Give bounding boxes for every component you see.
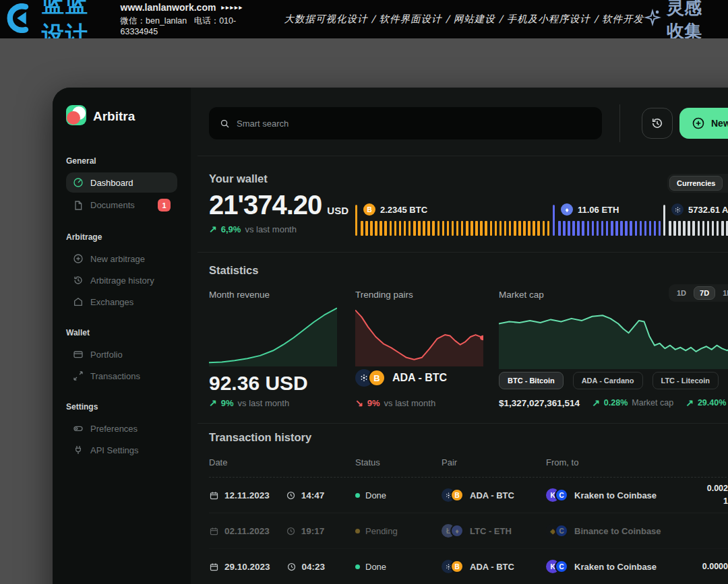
eth-icon: ♦ [561,203,573,216]
market-cap-stats: $1,327,027,361,514 ↗ 0.28% Market cap ↗ … [499,397,728,408]
month-revenue-value: 92.36 USD [209,372,308,395]
nav-section-settings: Settings [66,402,177,412]
table-row[interactable]: 29.10.2023 04:23 Done B ADA - BTC KC Kra… [209,549,728,584]
ada-icon [671,203,684,216]
search-icon [220,119,230,129]
col-status: Status [355,457,442,467]
coin-pills: BTC - Bitcoin ADA - Cardano LTC - Liteco… [499,372,728,389]
coinbase-icon: C [555,488,568,502]
tx-route: Binance to Coinbase [574,526,661,536]
pill-ltc[interactable]: LTC - Litecoin [653,372,719,389]
eth-bars [558,221,663,238]
sidebar: Arbitra General Dashboard Documents 1 Ar… [53,88,191,584]
sidebar-item-arbitrage-history[interactable]: Arbitrage history [66,270,177,290]
section-divider [198,156,728,156]
col-pair: Pair [442,457,546,467]
range-1d[interactable]: 1D [671,286,692,300]
btc-icon: B [363,203,375,216]
app-logo[interactable]: Arbitra [66,105,177,128]
market-cap-card: Market cap 1D 7D 1M BTC - Bitcoin ADA - … [499,290,728,300]
section-divider [198,423,728,424]
sidebar-item-documents[interactable]: Documents 1 [66,194,177,216]
promo-banner: 蓝蓝设计 www.lanlanwork.com ▸▸▸▸▸ 微信：ben_lan… [0,0,728,38]
tx-route: Kraken to Coinbase [574,490,657,500]
trending-delta: ↘ 9% vs last month [355,397,435,408]
status-dot [355,529,360,533]
toggle-exchanges[interactable]: Exchanges [723,176,728,191]
range-7d[interactable]: 7D [694,286,715,300]
sidebar-item-label: Transactions [90,371,140,381]
btc-bars [361,221,552,238]
search-bar[interactable] [209,107,602,139]
ada-bars [669,221,728,238]
calendar-icon [209,562,219,572]
month-revenue-chart [209,307,337,366]
sidebar-item-label: Documents [90,200,135,210]
sidebar-item-transactions[interactable]: Transactions [66,366,177,386]
status-badge: Done [365,562,386,572]
wallet-balance: 21'374.20 USD [209,190,348,220]
statistics-title: Statistics [209,264,728,277]
col-from-to: From, to [546,457,674,467]
sidebar-item-dashboard[interactable]: Dashboard [66,172,177,193]
market-cap-value: $1,327,027,361,514 [499,398,580,408]
group-separator [663,205,665,236]
section-divider [198,252,728,253]
topbar: New arbitrage [209,104,728,142]
month-revenue-title: Month revenue [209,290,337,300]
status-dot [355,493,360,498]
toggle-currencies[interactable]: Currencies [669,176,723,191]
trending-pair: B ADA - BTC [355,369,447,387]
topbar-divider [619,104,620,142]
clock-icon [286,526,296,536]
btc-amount: 2.2345 BTC [380,205,427,215]
btc-icon: B [368,369,386,387]
arbitra-app-window: Arbitra General Dashboard Documents 1 Ar… [53,88,728,584]
status-badge: Done [365,490,386,500]
table-row[interactable]: 02.11.2023 19:17 Pending Ł♦ LTC - ETH ◆C… [209,513,728,549]
wallet-coin-ada: 5732.61 ADA [663,205,728,237]
transaction-history-title: Transaction history [209,431,728,444]
status-dot [355,564,360,569]
tx-pair: ADA - BTC [470,490,514,500]
arbitra-logo-icon [66,105,86,128]
plus-circle-icon [692,117,705,130]
clock-icon [286,490,296,500]
main-content: New arbitrage Your wallet 21'374.20 USD … [191,88,728,584]
banner-collect[interactable]: 灵感收集 [644,0,719,43]
sidebar-item-exchanges[interactable]: Exchanges [66,292,177,312]
sidebar-item-preferences[interactable]: Preferences [66,418,177,439]
btc-icon: B [450,560,464,573]
table-row[interactable]: 12.11.2023 14:47 Done B ADA - BTC KC Kra… [209,478,728,513]
eth-amount: 11.06 ETH [578,205,619,215]
coinbase-icon: C [555,524,568,538]
wallet-view-toggle: Currencies Exchanges [667,174,728,193]
sidebar-item-portfolio[interactable]: Portfolio [66,344,177,364]
statistics-section: Statistics Month revenue 92.36 USD ↗ 9% … [209,264,728,419]
history-restore-button[interactable] [642,108,673,139]
nav-section-general: General [66,156,177,166]
pill-ada[interactable]: ADA - Cardano [573,372,643,389]
time-range-control: 1D 7D 1M [669,284,728,302]
plug-icon [73,445,84,455]
month-revenue-delta: ↗ 9% vs last month [209,397,289,408]
search-input[interactable] [237,119,591,129]
sidebar-item-api-settings[interactable]: API Settings [66,440,177,460]
status-badge: Pending [365,526,398,536]
range-1m[interactable]: 1M [717,286,728,300]
month-revenue-card: Month revenue 92.36 USD ↗ 9% vs last mon… [209,290,337,300]
dashboard-icon [73,177,84,188]
tx-amounts: 0.002 1 [674,482,728,508]
history-icon [73,275,84,286]
col-date: Date [209,457,355,467]
nav-section-arbitrage: Arbitrage [66,232,177,242]
pill-btc[interactable]: BTC - Bitcoin [499,372,564,389]
wallet-title: Your wallet [209,172,728,185]
sidebar-item-new-arbitrage[interactable]: New arbitrage [66,249,177,269]
sidebar-item-label: Arbitrage history [90,275,154,286]
tx-route: Kraken to Coinbase [574,562,657,572]
wallet-delta: ↗ 6,9% vs last month [209,224,297,234]
wallet-coin-btc: B 2.2345 BTC [355,205,553,237]
page-background: Arbitra General Dashboard Documents 1 Ar… [0,38,728,584]
new-arbitrage-button[interactable]: New arbitrage [679,108,728,139]
